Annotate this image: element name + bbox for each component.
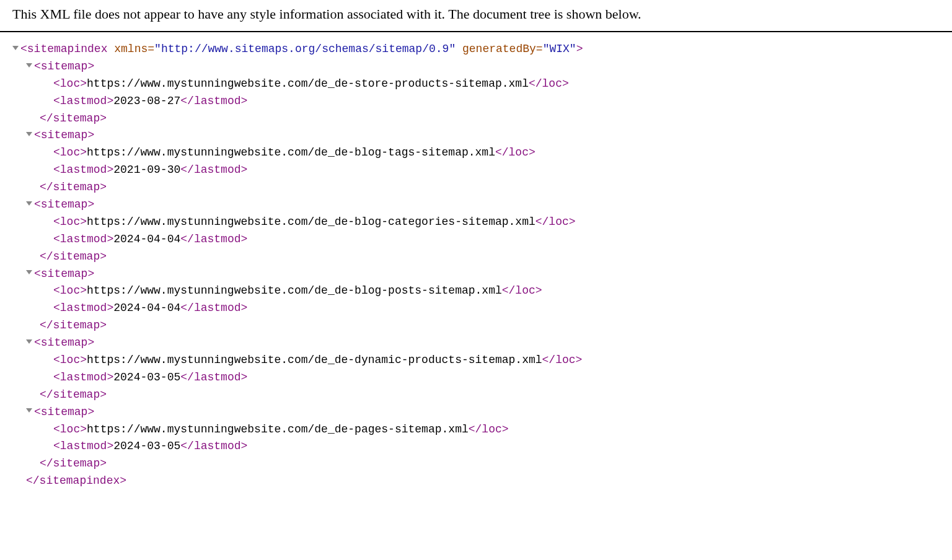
sitemap-tag-close: sitemap bbox=[53, 250, 100, 263]
sitemap-tag-close: sitemap bbox=[53, 388, 100, 401]
lastmod-line: <lastmod>2021-09-30</lastmod> bbox=[53, 162, 940, 179]
loc-tag: loc bbox=[60, 77, 80, 90]
lastmod-tag-close: lastmod bbox=[194, 164, 241, 176]
lastmod-tag: lastmod bbox=[60, 302, 107, 314]
sitemap-tag-close: sitemap bbox=[53, 319, 100, 331]
root-open-line: <sitemapindex xmlns="http://www.sitemaps… bbox=[12, 41, 940, 58]
loc-tag-close: loc bbox=[509, 146, 529, 159]
sitemap-tag: sitemap bbox=[41, 336, 88, 349]
collapse-toggle-icon[interactable] bbox=[26, 201, 32, 206]
lastmod-line: <lastmod>2024-03-05</lastmod> bbox=[53, 369, 940, 387]
lastmod-tag-close: lastmod bbox=[194, 95, 241, 107]
loc-line: <loc>https://www.mystunningwebsite.com/d… bbox=[53, 214, 940, 231]
sitemap-close-line: </sitemap> bbox=[40, 455, 940, 473]
loc-value: https://www.mystunningwebsite.com/de_de-… bbox=[87, 216, 536, 228]
loc-line: <loc>https://www.mystunningwebsite.com/d… bbox=[53, 76, 940, 93]
loc-line: <loc>https://www.mystunningwebsite.com/d… bbox=[53, 352, 940, 369]
loc-value: https://www.mystunningwebsite.com/de_de-… bbox=[87, 146, 495, 159]
attr-name-0: xmlns bbox=[114, 43, 148, 55]
angle-open: < bbox=[20, 43, 27, 55]
lastmod-tag: lastmod bbox=[60, 371, 107, 383]
lastmod-value: 2021-09-30 bbox=[113, 164, 180, 176]
sitemap-close-line: </sitemap> bbox=[40, 317, 940, 335]
loc-line: <loc>https://www.mystunningwebsite.com/d… bbox=[53, 282, 940, 300]
loc-value: https://www.mystunningwebsite.com/de_de-… bbox=[87, 354, 542, 366]
collapse-toggle-icon[interactable] bbox=[12, 46, 19, 50]
root-close-tag: sitemapindex bbox=[40, 475, 120, 487]
lastmod-tag-close: lastmod bbox=[194, 233, 241, 245]
sitemap-close-line: </sitemap> bbox=[40, 248, 940, 266]
sitemap-open-line: <sitemap> bbox=[26, 58, 940, 76]
xml-no-style-message: This XML file does not appear to have an… bbox=[0, 0, 952, 32]
sitemap-tag: sitemap bbox=[41, 406, 88, 418]
lastmod-value: 2024-04-04 bbox=[113, 302, 180, 314]
loc-line: <loc>https://www.mystunningwebsite.com/d… bbox=[53, 144, 940, 162]
lastmod-tag: lastmod bbox=[60, 95, 107, 107]
sitemaps-container: <sitemap><loc>https://www.mystunningwebs… bbox=[12, 58, 940, 473]
collapse-toggle-icon[interactable] bbox=[26, 270, 32, 274]
sitemap-tag: sitemap bbox=[41, 198, 88, 211]
xml-tree: <sitemapindex xmlns="http://www.sitemaps… bbox=[0, 32, 952, 499]
angle-close: > bbox=[576, 43, 583, 55]
sitemap-open-line: <sitemap> bbox=[26, 196, 940, 214]
loc-tag: loc bbox=[60, 146, 80, 159]
sitemap-close-line: </sitemap> bbox=[40, 179, 940, 196]
lastmod-tag: lastmod bbox=[60, 233, 107, 245]
lastmod-tag-close: lastmod bbox=[194, 440, 241, 452]
sitemap-tag: sitemap bbox=[41, 129, 88, 141]
loc-value: https://www.mystunningwebsite.com/de_de-… bbox=[87, 77, 529, 90]
lastmod-value: 2024-04-04 bbox=[113, 233, 180, 245]
lastmod-line: <lastmod>2024-03-05</lastmod> bbox=[53, 438, 940, 455]
loc-tag: loc bbox=[60, 423, 80, 435]
collapse-toggle-icon[interactable] bbox=[26, 339, 32, 344]
loc-tag: loc bbox=[60, 216, 80, 228]
sitemap-close-line: </sitemap> bbox=[40, 110, 940, 128]
loc-value: https://www.mystunningwebsite.com/de_de-… bbox=[87, 284, 502, 297]
root-tag-name: sitemapindex bbox=[27, 43, 108, 55]
sitemap-open-line: <sitemap> bbox=[26, 127, 940, 144]
attr-val-1: WIX bbox=[549, 43, 569, 55]
lastmod-tag-close: lastmod bbox=[194, 371, 241, 383]
loc-tag-close: loc bbox=[482, 423, 501, 435]
lastmod-value: 2023-08-27 bbox=[113, 95, 180, 107]
loc-line: <loc>https://www.mystunningwebsite.com/d… bbox=[53, 421, 940, 439]
lastmod-line: <lastmod>2024-04-04</lastmod> bbox=[53, 300, 940, 317]
loc-tag-close: loc bbox=[549, 216, 568, 228]
loc-tag: loc bbox=[60, 284, 80, 297]
lastmod-value: 2024-03-05 bbox=[113, 440, 180, 452]
lastmod-tag: lastmod bbox=[60, 164, 107, 176]
sitemap-open-line: <sitemap> bbox=[26, 404, 940, 421]
sitemap-tag-close: sitemap bbox=[53, 457, 100, 470]
attr-val-0: http://www.sitemaps.org/schemas/sitemap/… bbox=[161, 43, 449, 55]
collapse-toggle-icon[interactable] bbox=[26, 408, 32, 413]
sitemap-close-line: </sitemap> bbox=[40, 387, 940, 404]
sitemap-open-line: <sitemap> bbox=[26, 266, 940, 283]
lastmod-line: <lastmod>2024-04-04</lastmod> bbox=[53, 231, 940, 248]
loc-tag-close: loc bbox=[555, 354, 575, 366]
sitemap-tag: sitemap bbox=[41, 60, 88, 72]
sitemap-tag: sitemap bbox=[41, 268, 88, 280]
loc-tag: loc bbox=[60, 354, 80, 366]
loc-tag-close: loc bbox=[542, 77, 562, 90]
loc-value: https://www.mystunningwebsite.com/de_de-… bbox=[87, 423, 469, 435]
lastmod-value: 2024-03-05 bbox=[113, 371, 180, 383]
sitemap-tag-close: sitemap bbox=[53, 112, 100, 125]
collapse-toggle-icon[interactable] bbox=[26, 63, 32, 68]
lastmod-line: <lastmod>2023-08-27</lastmod> bbox=[53, 93, 940, 110]
root-close-line: </sitemapindex> bbox=[26, 473, 940, 490]
loc-tag-close: loc bbox=[515, 284, 535, 297]
lastmod-tag-close: lastmod bbox=[194, 302, 241, 314]
lastmod-tag: lastmod bbox=[60, 440, 107, 452]
sitemap-open-line: <sitemap> bbox=[26, 335, 940, 352]
collapse-toggle-icon[interactable] bbox=[26, 132, 32, 136]
attr-name-1: generatedBy bbox=[462, 43, 536, 55]
sitemap-tag-close: sitemap bbox=[53, 181, 100, 193]
